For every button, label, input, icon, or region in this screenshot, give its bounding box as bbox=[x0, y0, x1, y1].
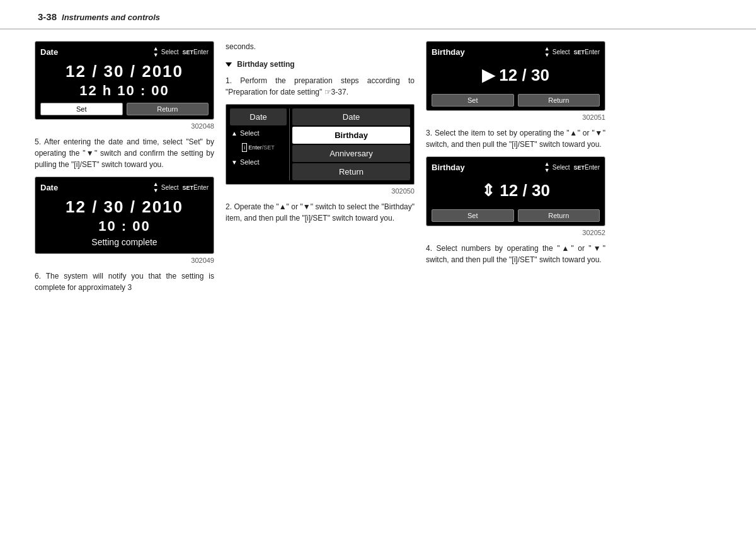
menu-left-item-select-down: ▼ Select bbox=[230, 156, 287, 168]
birthday-screen1-controls: ▲▼ Select SETEnter bbox=[544, 45, 600, 58]
page-header: 3-38 Instruments and controls bbox=[0, 0, 756, 30]
select-label-r1: Select bbox=[553, 49, 570, 55]
up-down-icon-r2: ▲▼ bbox=[544, 161, 550, 173]
birthday-screen1-return-btn[interactable]: Return bbox=[518, 94, 600, 107]
screen1-set-btn[interactable]: Set bbox=[40, 103, 123, 115]
screen1-return-btn[interactable]: Return bbox=[127, 103, 209, 115]
img-number-2: 302049 bbox=[35, 257, 214, 264]
up-down-icon: ▲▼ bbox=[153, 45, 159, 58]
img-number-1: 302048 bbox=[35, 122, 214, 130]
menu-left-header: Date bbox=[230, 108, 287, 125]
set-enter-label-2: SETEnter bbox=[183, 184, 209, 191]
menu-table: Date ▲ Select i Enter /SET ▼ Select bbox=[230, 108, 410, 180]
birthday-screen2-buttons: Set Return bbox=[432, 209, 600, 222]
img-number-r2: 302052 bbox=[426, 229, 605, 236]
menu-left-item-enter: i Enter /SET bbox=[230, 141, 287, 154]
screen1-label: Date bbox=[40, 47, 58, 57]
mid-para-1: 1. Perform the preparation steps accordi… bbox=[226, 75, 415, 98]
birthday-screen1-date: ▶ 12 / 30 bbox=[432, 61, 600, 90]
birthday-screen-2: Birthday ▲▼ Select SETEnter ⇕ 12 / 30 Se… bbox=[426, 156, 605, 226]
page-title: Instruments and controls bbox=[62, 13, 160, 22]
select-label-2: Select bbox=[161, 184, 179, 191]
left-para-2: 6. The system will notify you that the s… bbox=[35, 270, 214, 293]
birthday-screen1-buttons: Set Return bbox=[432, 94, 600, 107]
screen2-time: 10 : 00 bbox=[40, 218, 209, 234]
set-label: /SET bbox=[262, 144, 275, 151]
birthday-heading: Birthday setting bbox=[237, 60, 294, 69]
birthday-screen2-controls: ▲▼ Select SETEnter bbox=[544, 161, 600, 173]
menu-item-birthday: Birthday bbox=[292, 127, 410, 144]
birthday-screen2-label: Birthday bbox=[432, 163, 465, 172]
screen2-status: Setting complete bbox=[40, 234, 209, 250]
right-para-1: 3. Select the item to set by operating t… bbox=[426, 127, 605, 150]
up-arrow-icon: ▲ bbox=[231, 130, 238, 137]
img-number-menu: 302050 bbox=[226, 187, 415, 195]
select-label-r2: Select bbox=[553, 164, 570, 171]
screen1-time: 12 h 10 : 00 bbox=[40, 83, 209, 99]
down-arrow-icon: ▼ bbox=[231, 159, 238, 166]
birthday-screen1-set-btn[interactable]: Set bbox=[432, 94, 514, 107]
right-column: Birthday ▲▼ Select SETEnter ▶ 12 / 30 Se… bbox=[426, 41, 605, 299]
screen2-label: Date bbox=[40, 183, 58, 192]
img-number-r1: 302051 bbox=[426, 113, 605, 121]
select-label-1: Select bbox=[161, 49, 179, 55]
mid-column: seconds. Birthday setting 1. Perform the… bbox=[226, 41, 415, 299]
i-icon: i bbox=[242, 143, 247, 152]
up-down-icon-2: ▲▼ bbox=[153, 181, 159, 194]
mid-para-2: 2. Operate the "▲" or "▼" switch to sele… bbox=[226, 201, 415, 224]
left-column: Date ▲▼ Select SETEnter 12 / 30 / 2010 1… bbox=[35, 41, 214, 299]
menu-left: Date ▲ Select i Enter /SET ▼ Select bbox=[230, 108, 290, 180]
mid-para-start: seconds. bbox=[226, 41, 415, 52]
birthday-screen2-set-btn[interactable]: Set bbox=[432, 209, 514, 222]
set-enter-label-r2: SETEnter bbox=[574, 164, 600, 171]
screen1-controls: ▲▼ Select SETEnter bbox=[153, 45, 209, 58]
menu-left-item-select-up: ▲ Select bbox=[230, 127, 287, 139]
screen-date-2: Date ▲▼ Select SETEnter 12 / 30 / 2010 1… bbox=[35, 177, 214, 254]
select-down-label: Select bbox=[240, 158, 260, 166]
triangle-icon bbox=[226, 62, 232, 67]
menu-screen: Date ▲ Select i Enter /SET ▼ Select bbox=[226, 104, 415, 185]
menu-item-return: Return bbox=[292, 163, 410, 180]
screen1-buttons: Set Return bbox=[40, 103, 209, 115]
set-enter-label-r1: SETEnter bbox=[574, 49, 600, 55]
birthday-screen-1: Birthday ▲▼ Select SETEnter ▶ 12 / 30 Se… bbox=[426, 41, 605, 111]
right-para-2: 4. Select numbers by operating the "▲" o… bbox=[426, 243, 605, 265]
birthday-heading-para: Birthday setting bbox=[226, 59, 415, 70]
menu-item-date: Date bbox=[292, 108, 410, 125]
screen1-date: 12 / 30 / 2010 bbox=[40, 61, 209, 83]
screen2-controls: ▲▼ Select SETEnter bbox=[153, 181, 209, 194]
left-para-1: 5. After entering the date and time, sel… bbox=[35, 136, 214, 170]
menu-item-anniversary: Anniversary bbox=[292, 145, 410, 162]
page-number: 3-38 bbox=[38, 11, 57, 22]
select-up-label: Select bbox=[240, 129, 260, 137]
menu-right: Date Birthday Anniversary Return bbox=[290, 108, 410, 180]
content-area: Date ▲▼ Select SETEnter 12 / 30 / 2010 1… bbox=[0, 41, 756, 299]
birthday-screen1-label: Birthday bbox=[432, 47, 465, 57]
enter-label: Enter bbox=[248, 144, 262, 151]
screen-date-1: Date ▲▼ Select SETEnter 12 / 30 / 2010 1… bbox=[35, 41, 214, 120]
set-enter-label-1: SETEnter bbox=[183, 49, 209, 55]
screen2-date: 12 / 30 / 2010 bbox=[40, 196, 209, 218]
birthday-screen2-date: ⇕ 12 / 30 bbox=[432, 176, 600, 205]
up-down-icon-r1: ▲▼ bbox=[544, 45, 550, 58]
birthday-screen2-return-btn[interactable]: Return bbox=[518, 209, 600, 222]
